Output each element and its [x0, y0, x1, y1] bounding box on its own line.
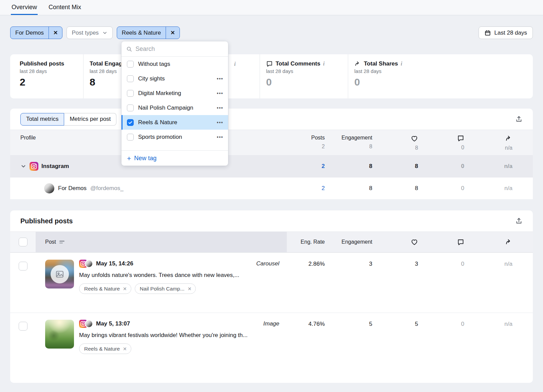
column-engagement: Engagement	[325, 135, 372, 141]
metrics-toolbar: Total metrics Metrics per post	[10, 109, 533, 130]
post-engagement: 5	[325, 313, 372, 328]
stat-published-value: 2	[20, 76, 83, 88]
info-icon[interactable]: i	[323, 61, 324, 67]
export-button[interactable]	[515, 217, 523, 225]
date-range-label: Last 28 days	[494, 30, 527, 36]
post-type-label: Image	[263, 320, 279, 327]
post-checkbox[interactable]	[19, 262, 27, 270]
tag-options-menu-button[interactable]: •••	[217, 76, 223, 81]
total-engagement: 8	[325, 144, 372, 150]
export-button[interactable]	[515, 115, 523, 123]
search-input[interactable]	[135, 45, 223, 53]
tab-content-mix-label: Content Mix	[49, 4, 81, 11]
tag-checkbox[interactable]	[127, 75, 134, 82]
metrics-view-toggle: Total metrics Metrics per post	[20, 113, 116, 126]
profile-avatar	[44, 183, 54, 193]
tag-checkbox-checked[interactable]	[127, 119, 134, 126]
stat-shares-title: Total Shares	[364, 60, 398, 67]
tag-filter-chip: Reels & Nature ✕	[117, 26, 180, 39]
instagram-posts-link[interactable]: 2	[284, 163, 325, 170]
tag-option-digital-marketing[interactable]: Digital Marketing •••	[121, 86, 228, 100]
tag-options-menu-button[interactable]: •••	[217, 120, 223, 125]
column-posts: Posts	[284, 135, 325, 141]
total-posts: 2	[284, 144, 325, 150]
column-engagement: Engagement	[325, 239, 372, 245]
post-date: May 15, 14:26	[96, 260, 133, 267]
tag-option-nail-polish-campaign[interactable]: Nail Polish Campaign •••	[121, 100, 228, 115]
profile-posts-link[interactable]: 2	[284, 185, 325, 192]
tag-option-label: City sights	[138, 75, 212, 82]
post-column-sort-header[interactable]: Post	[36, 232, 287, 252]
post-likes: 5	[372, 313, 418, 328]
info-icon[interactable]: i	[401, 61, 402, 67]
tag-remove-button[interactable]: ✕	[123, 346, 127, 352]
plus-icon: +	[127, 155, 131, 162]
metrics-per-post-tab[interactable]: Metrics per post	[64, 113, 116, 126]
tag-option-without-tags[interactable]: Without tags	[121, 57, 228, 71]
total-shares: n/a	[464, 145, 512, 151]
tag-checkbox[interactable]	[127, 90, 134, 97]
stat-published-title: Published posts	[20, 60, 64, 67]
stat-total-comments: Total Comments i last 28 days 0	[260, 54, 348, 98]
profile-avatar	[85, 320, 93, 328]
tag-option-city-sights[interactable]: City sights •••	[121, 71, 228, 86]
chevron-down-icon[interactable]	[20, 163, 26, 169]
total-metrics-tab[interactable]: Total metrics	[20, 113, 64, 126]
carousel-media-icon	[51, 265, 69, 283]
tag-options-menu-button[interactable]: •••	[217, 134, 223, 140]
info-icon[interactable]: i	[234, 61, 236, 67]
search-icon	[126, 46, 132, 52]
new-tag-label: New tag	[134, 155, 156, 162]
tag-option-reels-and-nature[interactable]: Reels & Nature •••	[121, 115, 228, 130]
column-eng-rate: Eng. Rate	[287, 239, 325, 245]
profile-engagement: 8	[325, 185, 372, 192]
export-icon	[515, 217, 523, 225]
post-row: May 15, 14:26 Carousel May unfolds natur…	[10, 253, 533, 313]
tag-remove-button[interactable]: ✕	[188, 286, 192, 292]
profile-avatar	[85, 260, 93, 268]
dropdown-search-row	[121, 41, 228, 57]
date-range-button[interactable]: Last 28 days	[479, 26, 533, 39]
calendar-icon	[484, 30, 491, 36]
tag-remove-button[interactable]: ✕	[123, 286, 127, 292]
published-posts-header: Post Eng. Rate Engagement	[10, 231, 533, 253]
tag-options-menu-button[interactable]: •••	[217, 91, 223, 96]
page: Overview Content Mix For Demos ✕ Post ty…	[0, 0, 543, 392]
tag-options-menu-button[interactable]: •••	[217, 105, 223, 111]
post-tags: Reels & Nature✕	[79, 343, 279, 354]
column-post: Post	[45, 239, 56, 245]
stat-total-shares: Total Shares i last 28 days 0	[348, 54, 533, 98]
post-types-label: Post types	[72, 30, 98, 36]
comment-icon	[266, 60, 273, 67]
tag-label: Reels & Nature	[84, 346, 120, 352]
tab-content-mix[interactable]: Content Mix	[48, 4, 82, 15]
tag-option-sports-promotion[interactable]: Sports promotion •••	[121, 130, 228, 144]
post-tags: Reels & Nature✕ Nail Polish Camp...✕	[79, 283, 279, 294]
metrics-per-post-label: Metrics per post	[70, 116, 111, 123]
post-types-filter-chip[interactable]: Post types	[67, 26, 112, 39]
post-type-label: Carousel	[256, 260, 279, 267]
shares-icon	[464, 135, 512, 142]
profile-filter-chip: For Demos ✕	[10, 26, 62, 39]
published-posts-title: Published posts	[20, 217, 73, 225]
tag-checkbox[interactable]	[127, 61, 134, 68]
new-tag-button[interactable]: + New tag	[121, 150, 228, 166]
total-comments: 0	[418, 145, 464, 151]
post-thumbnail[interactable]	[45, 260, 74, 288]
select-all-checkbox[interactable]	[19, 238, 27, 246]
tag-checkbox[interactable]	[127, 105, 134, 111]
tab-overview[interactable]: Overview	[11, 4, 38, 15]
summary-stats-card: Published posts last 28 days 2 Total Eng…	[10, 54, 533, 98]
metrics-table-card: Total metrics Metrics per post Profile P…	[10, 109, 533, 199]
comments-icon	[418, 239, 464, 246]
tag-filter-remove-button[interactable]: ✕	[166, 27, 179, 39]
profile-likes: 8	[372, 185, 418, 192]
post-thumbnail[interactable]	[45, 320, 74, 349]
tag-checkbox[interactable]	[127, 134, 134, 141]
post-likes: 3	[372, 253, 418, 267]
instagram-icon	[30, 162, 38, 171]
post-checkbox[interactable]	[19, 322, 27, 331]
profile-filter-remove-button[interactable]: ✕	[49, 27, 62, 39]
tag-option-label: Nail Polish Campaign	[138, 105, 212, 111]
shares-icon	[464, 238, 512, 246]
